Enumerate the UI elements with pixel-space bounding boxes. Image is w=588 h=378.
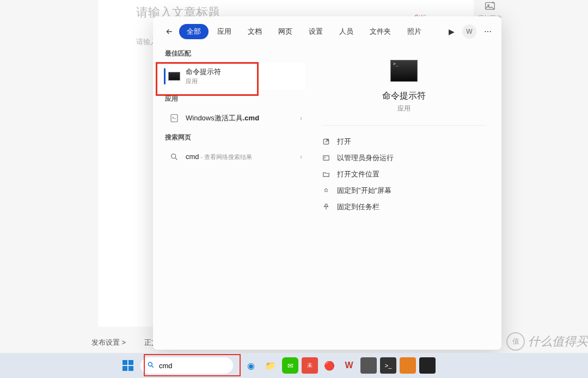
preview-subtitle: 应用 [322,104,486,113]
chevron-right-icon: › [300,153,302,161]
taskbar-app-explorer[interactable]: 📁 [262,357,279,374]
section-web: 搜索网页 [165,133,305,142]
taskbar-search-box[interactable] [140,357,233,374]
arrow-left-icon [165,27,174,36]
taskbar-app-chrome[interactable]: 🔴 [321,357,338,374]
svg-point-1 [488,5,489,7]
taskbar-app-custom3[interactable] [400,357,416,374]
back-button[interactable] [163,25,176,38]
chevron-right-icon: › [300,114,302,122]
start-button[interactable] [120,357,136,374]
taskbar-app-wechat[interactable]: ✉ [282,357,298,374]
tab-web[interactable]: 网页 [271,24,300,39]
action-pin-start[interactable]: 固定到"开始"屏幕 [322,182,486,199]
result-web-search[interactable]: cmd - 查看网络搜索结果 › [165,147,305,167]
search-filter-tabs: 全部 应用 文档 网页 设置 人员 文件夹 照片 [179,24,445,39]
taskbar-app-custom1[interactable]: 未 [302,357,318,374]
taskbar-search-input[interactable] [159,362,250,370]
divider [322,125,486,126]
search-icon [147,361,155,370]
svg-rect-2 [171,114,177,122]
action-open[interactable]: 打开 [322,133,486,150]
pin-icon [322,187,330,194]
cmd-icon [168,70,180,82]
search-panel-header: 全部 应用 文档 网页 设置 人员 文件夹 照片 ▶ W ⋯ [153,16,501,45]
taskbar-app-custom2[interactable] [360,357,377,374]
svg-rect-5 [323,156,329,160]
svg-point-6 [148,362,152,366]
action-pin-taskbar[interactable]: 固定到任务栏 [322,199,486,215]
more-options-icon[interactable]: ⋯ [484,27,492,36]
shield-icon [322,154,330,162]
publish-settings-link[interactable]: 发布设置 > [91,338,126,346]
taskbar-pinned-apps: ◉ 📁 ✉ 未 🔴 W >_ [243,357,436,374]
open-icon [322,138,330,145]
tab-photos[interactable]: 照片 [400,24,429,39]
result-best-match[interactable]: 命令提示符 应用 [165,63,305,90]
image-plus-icon [484,0,496,12]
windows-taskbar: ◉ 📁 ✉ 未 🔴 W >_ [0,353,588,378]
result-app-cmd-file[interactable]: Windows激活工具.cmd › [165,108,305,129]
user-avatar[interactable]: W [462,25,476,39]
play-icon[interactable]: ▶ [449,27,455,36]
taskbar-app-terminal[interactable]: >_ [380,357,396,374]
preview-title: 命令提示符 [322,90,486,102]
folder-icon [322,170,330,178]
section-best-match: 最佳匹配 [165,49,305,58]
pin-icon [322,203,330,211]
tab-settings[interactable]: 设置 [301,24,330,39]
action-run-admin[interactable]: 以管理员身份运行 [322,150,486,166]
windows-search-panel: 全部 应用 文档 网页 设置 人员 文件夹 照片 ▶ W ⋯ 最佳匹配 命令提示… [153,16,501,350]
search-icon [168,151,180,163]
taskbar-app-wps[interactable]: W [341,357,357,374]
tab-all[interactable]: 全部 [179,24,209,39]
section-apps: 应用 [165,94,305,103]
taskbar-app-custom4[interactable] [419,357,436,374]
search-result-preview: 命令提示符 应用 打开 以管理员身份运行 打开文件位置 固定到"开始"屏幕 固 [311,45,501,349]
windows-logo-icon [122,360,133,371]
cmd-large-icon [390,60,418,82]
search-results-list: 最佳匹配 命令提示符 应用 应用 Windows激活工具.cmd › 搜索网页 [153,45,311,349]
tab-apps[interactable]: 应用 [210,24,239,39]
tab-documents[interactable]: 文档 [240,24,270,39]
action-open-location[interactable]: 打开文件位置 [322,166,486,182]
tab-people[interactable]: 人员 [332,24,361,39]
script-file-icon [168,112,180,124]
tab-folders[interactable]: 文件夹 [362,24,399,39]
svg-point-3 [171,154,176,158]
